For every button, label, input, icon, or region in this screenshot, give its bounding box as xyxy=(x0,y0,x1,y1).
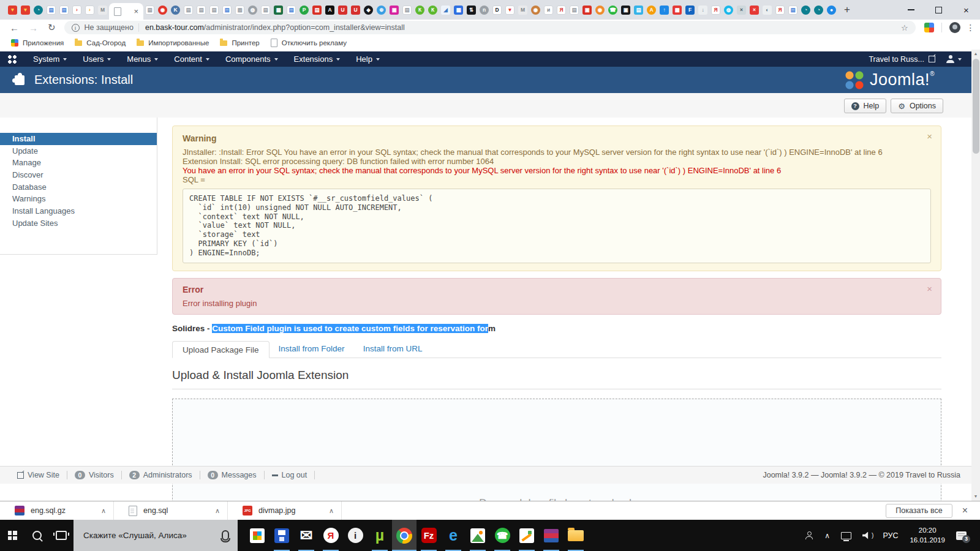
page-scrollbar[interactable]: ▲ ▼ xyxy=(971,50,980,501)
window-maximize-button[interactable] xyxy=(925,0,952,20)
browser-tab[interactable]: Я xyxy=(555,0,568,20)
browser-tab[interactable]: ◔ xyxy=(799,0,812,20)
browser-tab[interactable]: К xyxy=(413,0,426,20)
browser-tab[interactable]: ⊕ xyxy=(375,0,388,20)
tab-close-icon[interactable]: × xyxy=(134,7,138,15)
bookmark-item[interactable]: Отключить рекламу xyxy=(271,39,347,47)
browser-tab[interactable]: n xyxy=(478,0,491,20)
browser-tab[interactable]: ◍ xyxy=(722,0,735,20)
language-indicator[interactable]: РУС xyxy=(883,531,898,540)
install-tab-link[interactable]: Install from URL xyxy=(354,340,432,358)
statusbar-item[interactable]: 2 Administrators xyxy=(122,471,200,479)
taskbar-app[interactable] xyxy=(270,520,294,551)
bookmark-item[interactable]: Приложения xyxy=(11,39,64,47)
taskbar-app[interactable]: Я xyxy=(318,520,343,551)
browser-tab[interactable]: ☎ xyxy=(606,0,619,20)
browser-tab[interactable]: ◉ xyxy=(529,0,542,20)
sidebar-item[interactable]: Update Sites xyxy=(0,217,157,230)
sidebar-item[interactable]: Install xyxy=(0,133,157,145)
chevron-up-icon[interactable]: ∧ xyxy=(215,507,220,515)
browser-tab[interactable]: ▼ xyxy=(503,0,516,20)
taskbar-app[interactable] xyxy=(564,520,588,551)
browser-tab[interactable]: Я xyxy=(709,0,722,20)
browser-tab[interactable]: U xyxy=(349,0,362,20)
browser-tab[interactable]: и xyxy=(542,0,555,20)
scroll-up-icon[interactable]: ▲ xyxy=(971,50,980,58)
browser-tab[interactable]: ⇅ xyxy=(465,0,478,20)
new-tab-button[interactable]: + xyxy=(838,4,856,16)
chevron-up-icon[interactable]: ∧ xyxy=(101,507,106,515)
statusbar-item[interactable]: 0 Messages xyxy=(200,471,265,479)
sidebar-item[interactable]: Update xyxy=(0,145,157,157)
browser-tab[interactable]: ▼ xyxy=(6,0,19,20)
speaker-icon[interactable] xyxy=(862,532,871,539)
browser-tab[interactable]: ▦ xyxy=(272,0,285,20)
user-menu[interactable] xyxy=(946,55,962,63)
browser-tab[interactable]: M xyxy=(96,0,109,20)
taskbar-app[interactable] xyxy=(539,520,564,551)
browser-tab[interactable]: ▤ xyxy=(311,0,323,20)
browser-tab[interactable]: ◆ xyxy=(362,0,375,20)
browser-tab[interactable]: × xyxy=(735,0,748,20)
browser-tab[interactable]: ◉ xyxy=(594,0,606,20)
sidebar-item[interactable]: Manage xyxy=(0,157,157,169)
bookmark-star-icon[interactable]: ☆ xyxy=(901,23,908,32)
extension-icon[interactable] xyxy=(924,23,934,32)
browser-tab[interactable]: ▤ xyxy=(182,0,195,20)
browser-tab[interactable]: ◔ xyxy=(32,0,45,20)
chevron-up-icon[interactable]: ∧ xyxy=(329,507,334,515)
browser-tab[interactable]: ▼ xyxy=(19,0,32,20)
sidebar-item[interactable]: Warnings xyxy=(0,193,157,205)
joomla-icon[interactable] xyxy=(8,55,17,64)
taskbar-app[interactable] xyxy=(514,520,539,551)
browser-tab[interactable]: › xyxy=(83,0,96,20)
options-button[interactable]: ⚙ Options xyxy=(891,99,943,113)
info-icon[interactable] xyxy=(72,24,80,32)
admin-menu-item[interactable]: Content xyxy=(166,51,217,67)
admin-menu-item[interactable]: Components xyxy=(217,51,286,67)
forward-icon[interactable]: → xyxy=(29,23,38,33)
admin-menu-item[interactable]: Extensions xyxy=(286,51,349,67)
browser-tab[interactable]: ↑ xyxy=(658,0,671,20)
browser-tab[interactable]: ◍ xyxy=(246,0,259,20)
window-close-button[interactable]: × xyxy=(952,0,980,20)
taskbar-app[interactable] xyxy=(245,520,270,551)
statusbar-item[interactable]: View Site xyxy=(10,471,67,479)
browser-tab[interactable]: U xyxy=(336,0,349,20)
browser-tab[interactable]: D xyxy=(491,0,503,20)
upload-dropzone[interactable]: Drag and drop file here to upload. xyxy=(172,399,941,501)
browser-menu-icon[interactable]: ⋮ xyxy=(967,23,975,32)
browser-tab[interactable]: ◐ xyxy=(761,0,774,20)
scrollbar-thumb[interactable] xyxy=(973,59,979,154)
network-icon[interactable] xyxy=(841,532,851,539)
scroll-down-icon[interactable]: ▼ xyxy=(971,492,980,501)
sidebar-item[interactable]: Install Languages xyxy=(0,205,157,217)
browser-tab[interactable]: F xyxy=(684,0,696,20)
browser-tab[interactable]: ◢ xyxy=(439,0,452,20)
taskbar-app[interactable]: e xyxy=(441,520,466,551)
taskbar-app[interactable]: Fz xyxy=(417,520,441,551)
browser-tab[interactable]: A xyxy=(645,0,658,20)
view-site-link[interactable]: Travel to Russ... xyxy=(869,55,935,64)
browser-tab[interactable]: ◔ xyxy=(812,0,825,20)
browser-tab[interactable]: ▤ xyxy=(58,0,70,20)
statusbar-item[interactable]: 0 Visitors xyxy=(67,471,122,479)
show-all-downloads-button[interactable]: Показать все xyxy=(886,504,952,518)
tray-chevron-up-icon[interactable]: ∧ xyxy=(824,531,830,540)
download-item[interactable]: eng.sql ∧ xyxy=(114,501,228,520)
task-view-button[interactable] xyxy=(49,520,74,551)
taskbar-app[interactable]: ✉ xyxy=(294,520,318,551)
sidebar-item[interactable]: Discover xyxy=(0,169,157,181)
alice-search-box[interactable] xyxy=(74,520,238,551)
close-icon[interactable]: × xyxy=(927,284,932,293)
download-item[interactable]: eng.sql.gz ∧ xyxy=(0,501,114,520)
sidebar-item[interactable]: Database xyxy=(0,181,157,193)
downloads-close-icon[interactable]: × xyxy=(962,505,968,516)
download-item[interactable]: divmap.jpg ∧ xyxy=(228,501,342,520)
browser-tab[interactable]: ● xyxy=(825,0,838,20)
browser-tab[interactable]: ▨ xyxy=(233,0,246,20)
address-bar[interactable]: Не защищено en.bask-tour.com /administra… xyxy=(64,21,916,34)
taskbar-clock[interactable]: 20:20 16.01.2019 xyxy=(910,526,945,545)
browser-tab[interactable]: ▤ xyxy=(632,0,645,20)
reload-icon[interactable]: ↻ xyxy=(48,22,56,33)
